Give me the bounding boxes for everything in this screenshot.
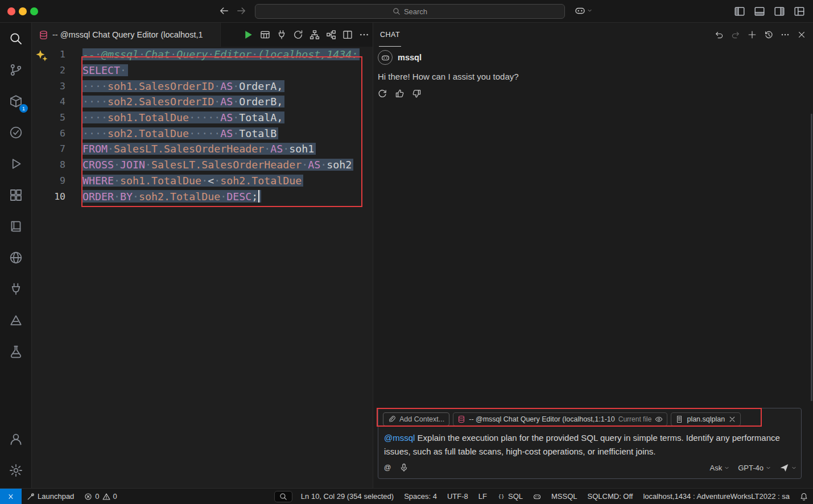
activity-item-remote-explorer[interactable] (0, 273, 32, 304)
activity-item-notebooks[interactable] (0, 210, 32, 242)
change-connection-button[interactable] (293, 30, 303, 40)
prompt-text: Explain the execution plan for the provi… (384, 433, 780, 456)
activity-item-extensions[interactable] (0, 179, 32, 210)
code-line-8[interactable]: 8CROSS·JOIN·SalesLT.SalesOrderHeader·AS·… (32, 157, 373, 173)
schema-icon (309, 30, 320, 40)
context-chip-current-file[interactable]: -- @mssql Chat Query Editor (localhost,1… (453, 412, 667, 426)
split-editor-button[interactable] (342, 30, 353, 40)
activity-item-github[interactable] (0, 242, 32, 273)
command-center-search[interactable]: Search (255, 4, 565, 19)
chevron-down-icon (791, 465, 797, 470)
close-window-button[interactable] (7, 7, 15, 15)
activity-item-accounts[interactable] (0, 423, 32, 455)
activity-item-experiments[interactable] (0, 336, 32, 367)
status-notifications[interactable] (795, 489, 813, 504)
file-lines-icon (675, 415, 683, 423)
status-encoding[interactable]: UTF-8 (442, 489, 473, 504)
more-icon (781, 30, 790, 39)
eye-icon[interactable] (655, 415, 663, 423)
status-sqlcmd[interactable]: SQLCMD: Off (583, 489, 638, 504)
regenerate-button[interactable] (378, 89, 387, 98)
new-chat-button[interactable] (748, 30, 757, 39)
chat-input-container: Add Context... -- @mssql Chat Query Edit… (378, 408, 802, 479)
chat-scrollbar[interactable] (811, 114, 812, 401)
chat-history-button[interactable] (764, 30, 773, 39)
status-cursor-position[interactable]: Ln 10, Col 29 (354 selected) (296, 489, 399, 504)
status-connection[interactable]: localhost,1434 : AdventureWorksLT2022 : … (638, 489, 795, 504)
activity-item-source-control[interactable] (0, 54, 32, 85)
status-label: SQL (508, 492, 523, 501)
chat-prompt-input[interactable]: @mssql Explain the execution plan for th… (383, 427, 781, 460)
status-mssql-status[interactable]: MSSQL (546, 489, 583, 504)
status-problems[interactable]: 00 (79, 489, 122, 504)
close-icon[interactable] (728, 415, 736, 423)
tab-title: -- @mssql Chat Query Editor (localhost,1 (52, 30, 203, 39)
status-label: 0 (113, 492, 117, 501)
chat-panel: CHAT mssql Hi there! How can I assist yo… (373, 23, 813, 488)
vote-down-button[interactable] (412, 89, 422, 98)
copilot-icon (575, 5, 585, 16)
query-plan-button[interactable] (326, 30, 336, 40)
connection-button[interactable] (276, 30, 287, 40)
status-launchpad[interactable]: Launchpad (22, 489, 79, 504)
play-icon (242, 29, 254, 40)
status-indentation[interactable]: Spaces: 4 (399, 489, 442, 504)
copilot-menu-button[interactable] (575, 5, 592, 16)
code-line-7[interactable]: 7FROM·SalesLT.SalesOrderHeader·AS·soh1 (32, 141, 373, 157)
add-context-button[interactable]: Add Context... (383, 412, 449, 426)
zoom-window-button[interactable] (30, 7, 38, 15)
add-mention-button[interactable]: @ (383, 463, 392, 472)
mode-picker-ask[interactable]: Ask (710, 464, 730, 472)
status-zoom-indicator[interactable] (274, 491, 292, 502)
send-button[interactable] (779, 463, 797, 473)
code-line-3[interactable]: 3····soh1.SalesOrderID·AS·OrderA, (32, 78, 373, 94)
customize-layout-button[interactable] (794, 6, 805, 19)
plug-icon (276, 30, 287, 40)
more-actions-button[interactable] (359, 30, 369, 40)
code-line-2[interactable]: 2SELECT· (32, 63, 373, 79)
activity-item-search[interactable] (0, 23, 32, 54)
code-line-10[interactable]: 10ORDER·BY·soh2.TotalDue·DESC; (32, 188, 373, 204)
toggle-primary-sidebar-button[interactable] (734, 6, 745, 19)
run-query-button[interactable] (242, 29, 254, 40)
voice-input-button[interactable] (399, 463, 408, 472)
back-button[interactable] (218, 5, 230, 18)
activity-item-settings[interactable] (0, 455, 32, 486)
model-picker[interactable]: GPT-4o (738, 464, 771, 472)
results-grid-button[interactable] (260, 30, 270, 40)
forward-button[interactable] (236, 5, 247, 18)
status-language-mode[interactable]: {}SQL (492, 489, 528, 504)
chat-message: mssql Hi there! How can I assist you tod… (373, 47, 813, 102)
minimize-window-button[interactable] (19, 7, 27, 15)
status-eol[interactable]: LF (473, 489, 492, 504)
code-editor[interactable]: 1--·@mssql·Chat·Query·Editor·(localhost,… (32, 47, 373, 488)
tab-chat[interactable]: CHAT (379, 23, 401, 47)
vote-up-button[interactable] (395, 89, 405, 98)
code-line-1[interactable]: 1--·@mssql·Chat·Query·Editor·(localhost,… (32, 47, 373, 63)
status-label: Ln 10, Col 29 (354 selected) (301, 492, 394, 501)
activity-item-testing[interactable] (0, 117, 32, 148)
sparkle-icon[interactable] (35, 49, 48, 61)
editor-tab[interactable]: -- @mssql Chat Query Editor (localhost,1 (32, 23, 221, 47)
code-line-5[interactable]: 5····soh1.TotalDue·····AS·TotalA, (32, 110, 373, 126)
activity-item-azure[interactable] (0, 304, 32, 336)
redo-button[interactable] (731, 30, 740, 39)
undo-button[interactable] (715, 30, 724, 39)
status-copilot-status[interactable] (528, 489, 546, 504)
schema-designer-button[interactable] (309, 30, 320, 40)
search-icon (9, 32, 23, 46)
activity-item-workspace[interactable]: 1 (0, 85, 32, 117)
more-actions-button[interactable] (781, 30, 790, 39)
code-line-6[interactable]: 6····soh2.TotalDue·····AS·TotalB (32, 125, 373, 141)
close-panel-button[interactable] (797, 30, 806, 39)
azure-icon (9, 313, 23, 327)
code-line-9[interactable]: 9WHERE·soh1.TotalDue·<·soh2.TotalDue (32, 173, 373, 189)
model-label: GPT-4o (738, 464, 764, 472)
status-remote-indicator[interactable] (0, 489, 22, 504)
toggle-panel-button[interactable] (754, 6, 765, 19)
activity-item-run-and-debug[interactable] (0, 148, 32, 179)
context-chip-plan-sqlplan[interactable]: plan.sqlplan (671, 412, 741, 426)
code-line-4[interactable]: 4····soh2.SalesOrderID·AS·OrderB, (32, 94, 373, 110)
copilot-icon (381, 53, 390, 62)
toggle-secondary-sidebar-button[interactable] (774, 6, 785, 19)
